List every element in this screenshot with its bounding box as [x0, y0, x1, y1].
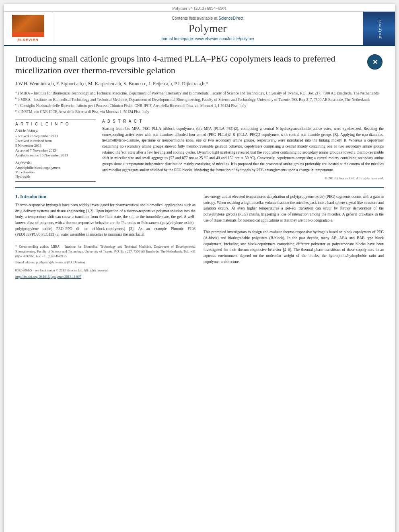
history-label: Article history:: [15, 129, 96, 133]
journal-name: Polymer: [189, 22, 227, 35]
intro-left-para: Thermo-responsive hydrogels have been wi…: [15, 202, 195, 238]
accepted-date: Accepted 7 November 2013: [15, 148, 96, 152]
body-col-left: 1. Introduction Thermo-responsive hydrog…: [15, 194, 195, 279]
email-footnote: E-mail address: p.j.dijkstra@utwente.nl …: [15, 260, 195, 265]
homepage-link[interactable]: journal homepage: www.elsevier.com/locat…: [161, 37, 255, 41]
received-revised-date: 5 November 2013: [15, 144, 96, 148]
authors-text: J.W.H. Wennink a,b, F. Signori a,b,d, M.…: [15, 81, 208, 86]
article-info-title: A R T I C L E I N F O: [15, 122, 96, 126]
affiliation-d: d d INSTM, c/o CNR-IPCF, Area della Rice…: [15, 109, 384, 115]
sciencedirect-link[interactable]: ScienceDirect: [218, 16, 243, 21]
intro-right-para: free energy and at elevated temperatures…: [204, 194, 384, 265]
footnote-divider: [15, 242, 87, 242]
article-title: Introducing small cationic groups into 4…: [15, 53, 384, 76]
corresponding-footnote: * Corresponding author. MIRA – Institute…: [15, 244, 195, 259]
journal-citation: Polymer 54 (2013) 6894–6901: [4, 4, 395, 12]
keyword-3: Hydrogels: [15, 175, 96, 179]
journal-center: Contents lists available at ScienceDirec…: [52, 12, 363, 45]
available-date: Available online 15 November 2013: [15, 153, 96, 157]
affiliation-b: b b MIRA – Institute for Biomedical Tech…: [15, 97, 384, 103]
section-1-heading: 1. Introduction: [15, 194, 195, 200]
doi-link[interactable]: http://dx.doi.org/10.1016/j.polymer.2013…: [15, 275, 81, 279]
sciencedirect-prefix: Contents lists available at: [172, 16, 218, 21]
section-title: Introduction: [20, 194, 46, 199]
received-date: Received 23 September 2013: [15, 134, 96, 138]
issn-doi-block: 0032-3861/$ – see front matter © 2013 El…: [15, 268, 195, 279]
elsevier-logo-image: [12, 15, 44, 37]
authors-line: J.W.H. Wennink a,b, F. Signori a,b,d, M.…: [15, 81, 384, 87]
affiliations: a a MIRA – Institute for Biomedical Tech…: [15, 90, 384, 115]
affiliation-c: c c Consiglio Nazionale delle Ricerche, …: [15, 103, 384, 109]
article-info-box: A R T I C L E I N F O Article history: R…: [15, 119, 96, 182]
copyright-line: © 2013 Elsevier Ltd. All rights reserved…: [102, 176, 384, 181]
section-1-right-text: free energy and at elevated temperatures…: [204, 194, 384, 265]
body-col-right: free energy and at elevated temperatures…: [204, 194, 384, 279]
keywords-section: Keywords: Amphiphilic block copolymers M…: [15, 160, 96, 179]
abstract-text: Starting from bis–MPA, PEG–PLLA triblock…: [102, 126, 384, 181]
section-1-left-text: Thermo-responsive hydrogels have been wi…: [15, 202, 195, 238]
elsevier-text: ELSEVIER: [17, 38, 39, 42]
sciencedirect-line: Contents lists available at ScienceDirec…: [172, 16, 243, 21]
main-content: Introducing small cationic groups into 4…: [4, 46, 395, 286]
affiliation-a: a a MIRA – Institute for Biomedical Tech…: [15, 90, 384, 96]
doi-line: http://dx.doi.org/10.1016/j.polymer.2013…: [15, 275, 195, 279]
journal-homepage: journal homepage: www.elsevier.com/locat…: [161, 37, 255, 41]
article-info-col: A R T I C L E I N F O Article history: R…: [15, 119, 96, 182]
section-divider: [15, 187, 384, 188]
title-section: Introducing small cationic groups into 4…: [15, 53, 384, 76]
issn-text: 0032-3861/$ – see front matter © 2013 El…: [15, 268, 195, 273]
crossmark-badge[interactable]: ✕: [366, 53, 384, 71]
article-info-abstract: A R T I C L E I N F O Article history: R…: [15, 119, 384, 182]
crossmark-icon: ✕: [367, 54, 383, 70]
polymer-label: polymer: [377, 18, 382, 38]
polymer-logo-right: polymer: [363, 12, 395, 45]
keyword-2: Micellization: [15, 170, 96, 174]
keyword-1: Amphiphilic block copolymers: [15, 166, 96, 170]
abstract-col: A B S T R A C T Starting from bis–MPA, P…: [102, 119, 384, 182]
abstract-section: A B S T R A C T Starting from bis–MPA, P…: [102, 119, 384, 181]
abstract-paragraph-1: Starting from bis–MPA, PEG–PLLA triblock…: [102, 126, 384, 173]
received-revised-label: Received in revised form: [15, 139, 96, 143]
section-number: 1.: [15, 194, 19, 199]
elsevier-logo: ELSEVIER: [4, 12, 52, 45]
abstract-title: A B S T R A C T: [102, 119, 384, 123]
body-two-col: 1. Introduction Thermo-responsive hydrog…: [15, 194, 384, 279]
footnote-text: * Corresponding author. MIRA – Institute…: [15, 244, 195, 265]
page: Polymer 54 (2013) 6894–6901 ELSEVIER Con…: [4, 4, 395, 532]
citation-text: Polymer 54 (2013) 6894–6901: [172, 6, 226, 10]
keywords-label: Keywords:: [15, 160, 96, 164]
journal-header: ELSEVIER Contents lists available at Sci…: [4, 12, 395, 46]
